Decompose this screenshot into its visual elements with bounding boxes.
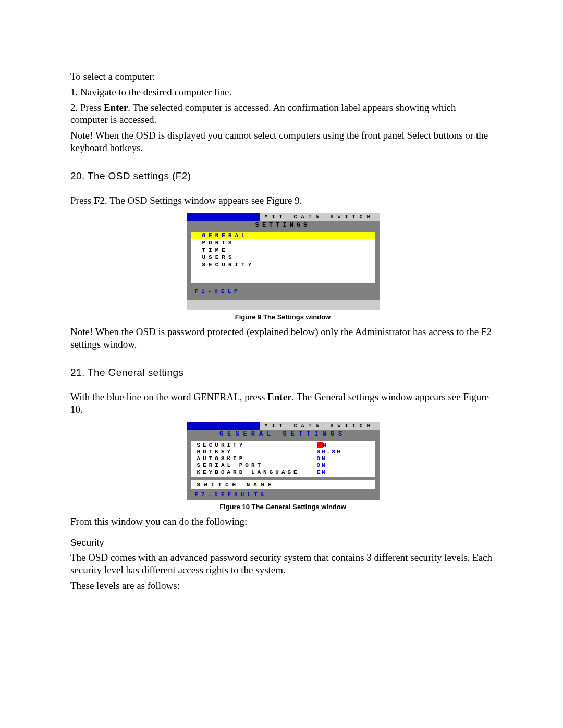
osd10-title-blue: [187, 422, 260, 430]
figure-10-general-settings: MIT CAT5 SWITCH GENERAL SETTINGS SECURIT…: [187, 422, 380, 500]
osd9-help-line: F1-HELP: [187, 286, 380, 298]
section20-paragraph: Press F2. The OSD Settings window appear…: [70, 194, 495, 207]
section21-paragraph: With the blue line on the word GENERAL, …: [70, 391, 495, 416]
heading-20: 20. The OSD settings (F2): [70, 170, 495, 182]
osd9-bottom-pad: [187, 298, 380, 310]
osd10-row-hotkey: HOTKEY SH-SH: [191, 449, 375, 455]
osd10-row-autoskip: AUTOSKIP ON: [191, 455, 375, 462]
intro-note: Note! When the OSD is displayed you cann…: [70, 129, 495, 154]
levels-intro: These levels are as follows:: [70, 579, 495, 592]
osd10-row-security: SECURITY ON: [191, 442, 375, 449]
osd9-titlebar: MIT CAT5 SWITCH: [187, 213, 380, 221]
figure-10-caption: Figure 10 The General Settings window: [70, 503, 495, 511]
osd9-item-general: GENERAL: [191, 232, 375, 239]
osd10-switch-name: SWITCH NAME: [191, 480, 375, 489]
osd10-subtitle: GENERAL SETTINGS: [187, 430, 380, 438]
intro-line: To select a computer:: [70, 70, 495, 83]
osd9-title-text: MIT CAT5 SWITCH: [260, 213, 380, 221]
security-subheading: Security: [70, 537, 495, 548]
section21-after: From this window you can do the followin…: [70, 515, 495, 528]
figure-9-osd-settings: MIT CAT5 SWITCH SETTINGS GENERAL PORTS T…: [187, 213, 380, 310]
step-2: 2. Press Enter. The selected computer is…: [70, 102, 495, 127]
osd9-subtitle: SETTINGS: [187, 221, 380, 229]
osd9-title-blue: [187, 213, 260, 221]
osd9-menu-list: GENERAL PORTS TIME USERS SECURITY: [191, 232, 375, 283]
osd9-item-time: TIME: [191, 246, 375, 254]
osd9-item-users: USERS: [191, 254, 375, 261]
figure-9-caption: Figure 9 The Settings window: [70, 313, 495, 322]
osd9-item-ports: PORTS: [191, 239, 375, 246]
osd9-item-security: SECURITY: [191, 261, 375, 268]
osd10-defaults-line: F7-DEFAULTS: [187, 489, 380, 500]
osd10-row-serial-port: SERIAL PORT ON: [191, 462, 375, 469]
osd10-title-text: MIT CAT5 SWITCH: [260, 422, 380, 430]
heading-21: 21. The General settings: [70, 366, 495, 379]
osd10-titlebar: MIT CAT5 SWITCH: [187, 422, 380, 430]
document-page: To select a computer: 1. Navigate to the…: [0, 0, 563, 728]
osd10-row-keyboard-language: KEYBOARD LANGUAGE EN: [191, 469, 375, 476]
section20-note: Note! When the OSD is password protected…: [70, 326, 495, 351]
step-1: 1. Navigate to the desired computer line…: [70, 86, 495, 98]
osd9-list-filler: [191, 268, 375, 283]
osd10-rows: SECURITY ON HOTKEY SH-SH AUTOSKIP ON SER…: [191, 441, 375, 477]
security-body: The OSD comes with an advanced password …: [70, 551, 495, 576]
